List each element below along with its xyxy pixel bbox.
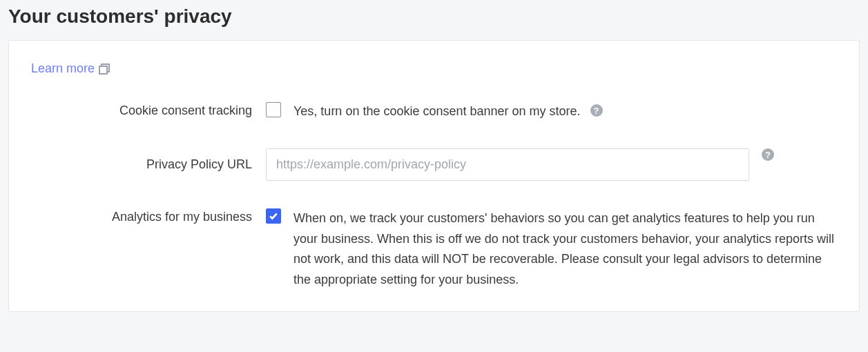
cookie-consent-checkbox[interactable] xyxy=(266,102,281,117)
privacy-policy-input[interactable] xyxy=(266,148,749,181)
check-icon xyxy=(269,211,278,221)
label-privacy-policy: Privacy Policy URL xyxy=(31,157,266,172)
external-link-icon xyxy=(99,63,110,75)
help-icon[interactable]: ? xyxy=(762,148,774,161)
learn-more-row: Learn more xyxy=(31,61,837,76)
learn-more-label: Learn more xyxy=(31,61,95,76)
row-privacy-policy: Privacy Policy URL ? xyxy=(31,148,837,181)
cookie-consent-checkbox-label: Yes, turn on the cookie consent banner o… xyxy=(293,102,581,121)
analytics-description: When on, we track your customers' behavi… xyxy=(293,208,837,291)
content-analytics: When on, we track your customers' behavi… xyxy=(266,208,837,291)
privacy-settings-card: Learn more Cookie consent tracking Yes, … xyxy=(8,40,860,312)
content-cookie-consent: Yes, turn on the cookie consent banner o… xyxy=(266,102,837,121)
content-privacy-policy: ? xyxy=(266,148,837,181)
analytics-checkbox[interactable] xyxy=(266,208,281,224)
learn-more-link[interactable]: Learn more xyxy=(31,61,110,76)
row-analytics: Analytics for my business When on, we tr… xyxy=(31,208,837,291)
row-cookie-consent: Cookie consent tracking Yes, turn on the… xyxy=(31,102,837,121)
label-cookie-consent: Cookie consent tracking xyxy=(31,102,266,118)
help-icon[interactable]: ? xyxy=(590,104,603,117)
label-analytics: Analytics for my business xyxy=(31,208,266,224)
page-title: Your customers' privacy xyxy=(8,6,860,28)
